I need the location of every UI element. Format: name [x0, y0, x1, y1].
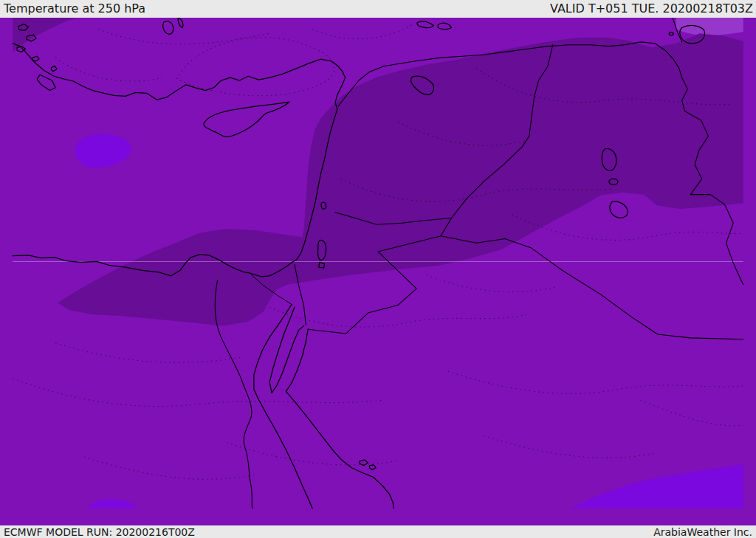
valid-time-label: VALID T+051 TUE. 20200218T03Z: [550, 3, 753, 15]
warmer-wedge-region: [676, 18, 743, 35]
header-bar: Temperature at 250 hPa VALID T+051 TUE. …: [0, 0, 756, 18]
page-title: Temperature at 250 hPa: [4, 3, 145, 15]
footer-bar: ECMWF MODEL RUN: 20200216T00Z ArabiaWeat…: [0, 525, 756, 538]
model-run-label: ECMWF MODEL RUN: 20200216T00Z: [4, 527, 195, 537]
map-canvas: [0, 18, 756, 525]
forecast-map: [0, 18, 756, 525]
brand-label: ArabiaWeather Inc.: [653, 527, 752, 537]
weather-map-page: Temperature at 250 hPa VALID T+051 TUE. …: [0, 0, 756, 538]
